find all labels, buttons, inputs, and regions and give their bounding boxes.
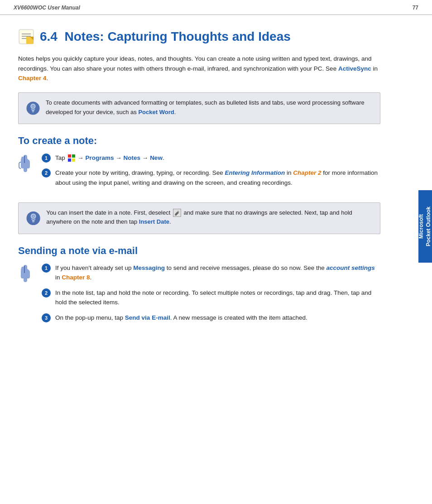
send-via-email-link[interactable]: Send via E-mail — [125, 314, 170, 321]
steps2-text1: If you haven't already set up Messaging … — [55, 263, 380, 283]
section2-heading: Sending a note via e-mail — [18, 245, 380, 257]
tip-icon-1 — [26, 98, 40, 118]
page-header: XV6600WOC User Manual 77 — [0, 0, 432, 15]
svg-rect-15 — [68, 158, 71, 162]
tip-box-1: To create documents with advanced format… — [18, 92, 380, 124]
svg-rect-13 — [68, 154, 71, 158]
sidebar-tab: MicrosoftPocket Outlook — [418, 190, 432, 263]
notes-link[interactable]: Notes — [124, 154, 141, 161]
steps2-text3: On the pop-up menu, tap Send via E-mail.… — [55, 313, 307, 323]
steps2-content: 1 If you haven't already set up Messagin… — [42, 263, 380, 328]
windows-logo-icon — [68, 154, 75, 162]
chapter4-link[interactable]: Chapter 4 — [18, 75, 46, 82]
intro-paragraph: Notes helps you quickly capture your ide… — [18, 54, 380, 83]
steps2-item1: 1 If you haven't already set up Messagin… — [42, 263, 380, 283]
svg-rect-9 — [32, 110, 34, 111]
svg-rect-20 — [32, 221, 34, 222]
chapter-heading: 6.4 Notes: Capturing Thoughts and Ideas — [18, 29, 380, 45]
tip-text-2: You can insert the date in a note. First… — [46, 208, 373, 227]
step1-text: Tap → Programs → Notes → New. — [55, 153, 164, 163]
section1-heading: To create a note: — [18, 135, 380, 147]
steps1-icon — [18, 153, 34, 193]
chapter-heading-text: 6.4 Notes: Capturing Thoughts and Ideas — [40, 29, 291, 44]
tip-icon-2 — [26, 208, 41, 228]
steps2-number1: 1 — [42, 264, 51, 273]
account-settings-link[interactable]: account settings — [326, 264, 374, 271]
programs-link[interactable]: Programs — [86, 154, 114, 161]
step1-item: 1 Tap → Programs → Notes → New. — [42, 153, 380, 163]
insert-date-link[interactable]: Insert Date — [139, 218, 169, 225]
svg-rect-19 — [32, 220, 35, 221]
step2-item: 2 Create your note by writing, drawing, … — [42, 168, 380, 187]
pocket-word-link[interactable]: Pocket Word — [138, 109, 174, 115]
steps2-item3: 3 On the pop-up menu, tap Send via E-mai… — [42, 313, 380, 323]
steps2-number3: 3 — [42, 313, 51, 322]
steps1-content: 1 Tap → Programs → Notes → New. — [42, 153, 380, 193]
steps2-icon — [18, 263, 34, 328]
edit-icon-inline — [173, 209, 181, 217]
steps2-number2: 2 — [42, 288, 51, 298]
tip-text-1: To create documents with advanced format… — [46, 98, 373, 117]
header-title: XV6600WOC User Manual — [14, 5, 80, 11]
steps2-text2: In the note list, tap and hold the note … — [55, 288, 380, 307]
main-content: 6.4 Notes: Capturing Thoughts and Ideas … — [0, 15, 398, 351]
tip-box-2: You can insert the date in a note. First… — [18, 202, 380, 234]
step1-number: 1 — [42, 154, 51, 163]
svg-rect-10 — [32, 111, 34, 112]
entering-info-link[interactable]: Entering Information — [225, 169, 285, 176]
steps2-item2: 2 In the note list, tap and hold the not… — [42, 288, 380, 307]
page-container: XV6600WOC User Manual 77 MicrosoftPocket… — [0, 0, 432, 504]
activesync-link[interactable]: ActiveSync — [338, 65, 371, 72]
svg-rect-16 — [72, 158, 75, 162]
svg-point-22 — [33, 216, 34, 217]
sidebar-tab-text: MicrosoftPocket Outlook — [418, 206, 432, 246]
steps2-area: 1 If you haven't already set up Messagin… — [18, 263, 380, 328]
svg-rect-14 — [72, 154, 75, 158]
chapter2-link[interactable]: Chapter 2 — [293, 169, 321, 176]
notes-app-icon — [18, 29, 34, 45]
svg-point-12 — [33, 106, 34, 107]
messaging-link[interactable]: Messaging — [133, 264, 165, 271]
step2-text: Create your note by writing, drawing, ty… — [55, 168, 380, 187]
steps1-area: 1 Tap → Programs → Notes → New. — [18, 153, 380, 193]
step2-number: 2 — [42, 168, 51, 178]
chapter8-link[interactable]: Chapter 8 — [62, 274, 90, 281]
new-link[interactable]: New — [150, 154, 163, 161]
header-page-number: 77 — [413, 5, 418, 11]
